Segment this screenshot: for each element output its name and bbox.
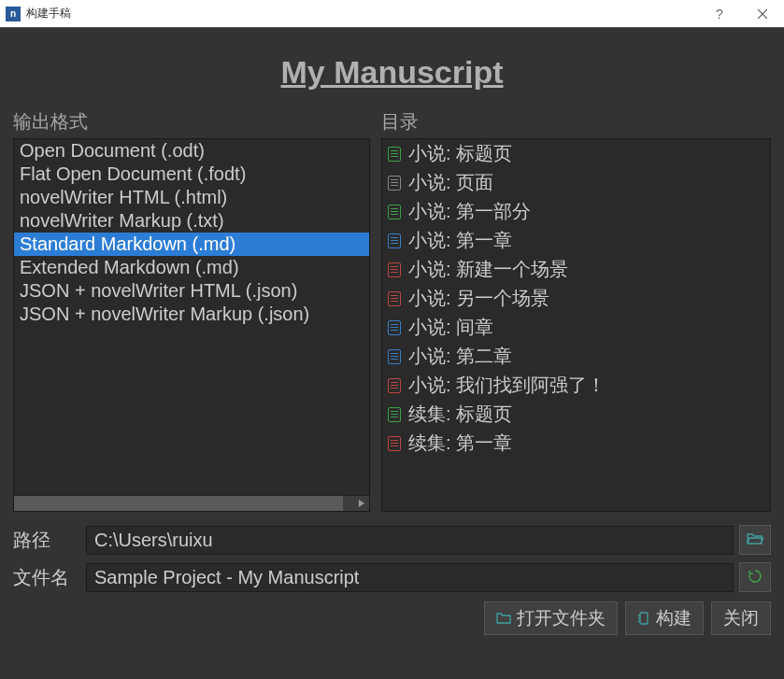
toc-item[interactable]: 小说: 我们找到阿强了！ <box>382 371 770 400</box>
document-icon <box>388 320 401 335</box>
toc-item-label: 续集: 第一章 <box>408 431 512 456</box>
page-title: My Manuscript <box>13 54 771 91</box>
folder-open-icon <box>747 532 763 548</box>
scrollbar-track[interactable] <box>14 496 353 511</box>
horizontal-scrollbar[interactable] <box>14 495 369 511</box>
browse-folder-button[interactable] <box>739 525 771 555</box>
toc-item[interactable]: 小说: 标题页 <box>382 139 770 168</box>
format-item[interactable]: Flat Open Document (.fodt) <box>14 163 369 186</box>
document-icon <box>388 233 401 248</box>
open-folder-button[interactable]: 打开文件夹 <box>484 601 618 635</box>
toc-item-label: 小说: 页面 <box>408 170 493 195</box>
path-label: 路径 <box>13 528 86 553</box>
folder-icon <box>496 613 511 624</box>
output-format-column: 输出格式 Open Document (.odt)Flat Open Docum… <box>13 109 370 512</box>
toc-item-label: 小说: 第一部分 <box>408 199 531 224</box>
scrollbar-arrow-right[interactable] <box>353 496 369 511</box>
filename-input[interactable] <box>86 563 734 592</box>
content-columns: 输出格式 Open Document (.odt)Flat Open Docum… <box>13 109 771 512</box>
toc-item[interactable]: 小说: 另一个场景 <box>382 284 770 313</box>
filename-row: 文件名 <box>13 562 771 592</box>
refresh-icon <box>748 569 763 587</box>
toc-item-label: 小说: 间章 <box>408 315 493 340</box>
close-button[interactable]: 关闭 <box>711 601 771 635</box>
document-icon <box>388 205 401 219</box>
toc-label: 目录 <box>381 109 771 134</box>
help-button[interactable]: ? <box>698 0 741 27</box>
toc-item[interactable]: 小说: 第一部分 <box>382 197 770 226</box>
format-item[interactable]: Extended Markdown (.md) <box>14 256 369 279</box>
format-item[interactable]: novelWriter HTML (.html) <box>14 186 369 209</box>
close-label: 关闭 <box>723 606 759 630</box>
toc-item[interactable]: 小说: 第二章 <box>382 342 770 371</box>
toc-item-label: 小说: 另一个场景 <box>408 286 549 311</box>
toc-column: 目录 小说: 标题页小说: 页面小说: 第一部分小说: 第一章小说: 新建一个场… <box>381 109 771 512</box>
window-controls: ? <box>698 0 784 27</box>
toc-item[interactable]: 小说: 间章 <box>382 313 770 342</box>
button-row: 打开文件夹 构建 关闭 <box>13 601 771 635</box>
format-listbox[interactable]: Open Document (.odt)Flat Open Document (… <box>13 138 370 512</box>
toc-item[interactable]: 小说: 新建一个场景 <box>382 255 770 284</box>
toc-item-label: 小说: 第二章 <box>408 344 512 369</box>
close-window-button[interactable] <box>741 0 784 27</box>
toc-item-label: 小说: 标题页 <box>408 141 512 166</box>
form-rows: 路径 文件名 <box>13 525 771 592</box>
document-icon <box>388 176 401 191</box>
dialog-body: My Manuscript 输出格式 Open Document (.odt)F… <box>0 28 784 648</box>
build-button[interactable]: 构建 <box>625 601 704 635</box>
document-icon <box>388 436 401 451</box>
titlebar: n 构建手稿 ? <box>0 0 784 28</box>
document-icon <box>388 262 401 277</box>
app-icon: n <box>6 7 21 21</box>
output-format-label: 输出格式 <box>13 109 370 134</box>
toc-item-label: 小说: 第一章 <box>408 228 512 253</box>
toc-item[interactable]: 续集: 标题页 <box>382 400 770 429</box>
format-item[interactable]: Standard Markdown (.md) <box>14 233 369 256</box>
toc-item[interactable]: 续集: 第一章 <box>382 429 770 458</box>
filename-label: 文件名 <box>13 565 86 590</box>
toc-item[interactable]: 小说: 第一章 <box>382 226 770 255</box>
svg-rect-0 <box>640 613 648 624</box>
toc-listbox[interactable]: 小说: 标题页小说: 页面小说: 第一部分小说: 第一章小说: 新建一个场景小说… <box>381 138 771 512</box>
document-icon <box>388 147 401 162</box>
document-icon <box>388 291 401 306</box>
window-title: 构建手稿 <box>26 6 698 21</box>
toc-item-label: 小说: 我们找到阿强了！ <box>408 373 606 398</box>
format-item[interactable]: JSON + novelWriter HTML (.json) <box>14 279 369 303</box>
open-folder-label: 打开文件夹 <box>517 606 606 630</box>
format-item[interactable]: Open Document (.odt) <box>14 139 369 163</box>
format-item[interactable]: novelWriter Markup (.txt) <box>14 209 369 233</box>
document-icon <box>388 349 401 364</box>
build-icon <box>637 612 650 625</box>
reset-filename-button[interactable] <box>739 562 771 592</box>
toc-item-label: 小说: 新建一个场景 <box>408 257 568 282</box>
document-icon <box>388 407 401 422</box>
toc-item-label: 续集: 标题页 <box>408 402 512 427</box>
path-input[interactable] <box>86 526 734 555</box>
path-row: 路径 <box>13 525 771 555</box>
toc-item[interactable]: 小说: 页面 <box>382 168 770 197</box>
format-item[interactable]: JSON + novelWriter Markup (.json) <box>14 303 369 326</box>
document-icon <box>388 378 401 393</box>
build-label: 构建 <box>656 606 691 630</box>
scrollbar-thumb[interactable] <box>14 496 343 511</box>
